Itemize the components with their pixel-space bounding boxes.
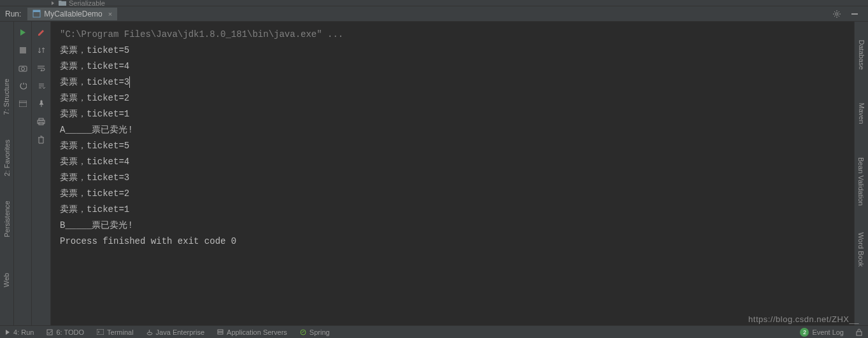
console-line: 卖票，ticket=3 [60,74,845,90]
svg-rect-1 [33,10,40,12]
java-icon [146,329,153,335]
pin-icon[interactable] [36,98,47,109]
svg-rect-18 [218,330,223,332]
breadcrumb-label: Serializable [69,0,105,7]
svg-rect-4 [20,47,26,53]
console-line: 卖票，ticket=5 [60,43,845,59]
svg-rect-3 [851,13,858,15]
scroll-icon[interactable] [36,80,47,92]
svg-point-17 [147,332,152,335]
svg-rect-21 [857,332,862,335]
print-icon[interactable] [36,116,47,127]
layout-icon[interactable] [17,98,29,109]
gear-icon[interactable] [832,10,841,18]
console-line: 卖票，ticket=1 [60,202,845,218]
spring-icon [300,329,306,335]
text-cursor [129,76,130,88]
chevron-right-icon [50,0,56,6]
application-icon [32,10,41,18]
svg-rect-19 [218,332,223,334]
status-spring[interactable]: Spring [300,328,330,336]
camera-icon[interactable] [17,62,29,74]
watermark-text: https://blog.csdn.net/ZHX__ [748,314,859,324]
close-icon[interactable]: × [108,10,112,18]
run-toolbar-secondary [32,22,51,325]
run-panel-header: Run: MyCallableDemo × [0,6,868,22]
rerun-button[interactable] [17,27,29,38]
console-command: "C:\Program Files\Java\jdk1.8.0_181\bin\… [60,27,845,43]
status-terminal[interactable]: Terminal [97,328,134,336]
svg-point-6 [21,67,24,70]
run-panel-label: Run: [5,10,21,18]
console-line: B_____票已卖光! [60,218,845,234]
todo-icon [46,329,53,335]
lock-icon[interactable] [855,328,863,336]
sidebar-item-database[interactable]: Database [858,39,865,69]
tab-title: MyCallableDemo [44,10,102,18]
sidebar-item-web[interactable]: Web [3,273,11,287]
sort-icon[interactable] [36,45,47,56]
left-tool-sidebar: 7: Structure 2: Favorites Persistence We… [0,22,14,325]
console-output[interactable]: "C:\Program Files\Java\jdk1.8.0_181\bin\… [51,22,854,325]
stop-button[interactable] [17,45,29,56]
svg-rect-16 [97,329,104,335]
console-line: 卖票，ticket=4 [60,59,845,74]
console-line: 卖票，ticket=4 [60,154,845,170]
status-event-log[interactable]: 2 Event Log [800,328,844,337]
sidebar-item-structure[interactable]: 7: Structure [3,79,11,115]
status-todo[interactable]: 6: TODO [46,328,84,336]
status-bar: 4: Run 6: TODO Terminal Java Enterprise … [0,325,868,338]
trash-icon[interactable] [36,134,47,145]
console-line: 卖票，ticket=3 [60,170,845,186]
status-app-servers[interactable]: Application Servers [217,328,287,336]
server-icon [217,329,224,335]
run-config-tab[interactable]: MyCallableDemo × [27,8,117,20]
svg-point-20 [301,330,306,335]
exit-icon[interactable] [17,80,29,92]
console-line: 卖票，ticket=2 [60,186,845,202]
console-line: 卖票，ticket=2 [60,90,845,106]
play-icon [5,330,10,335]
sidebar-item-word-book[interactable]: Word Book [858,232,865,267]
edit-icon[interactable] [36,27,47,38]
console-line: 卖票，ticket=1 [60,106,845,122]
sidebar-item-persistence[interactable]: Persistence [3,201,11,237]
status-run[interactable]: 4: Run [5,328,34,336]
console-line: A_____票已卖光! [60,122,845,138]
minimize-icon[interactable] [850,10,859,18]
breadcrumb-item[interactable]: Serializable [50,0,105,7]
right-tool-sidebar: Database Maven Bean Validation Word Book [854,22,868,325]
console-line: Process finished with exit code 0 [60,234,845,250]
sidebar-item-bean-validation[interactable]: Bean Validation [858,157,865,206]
sidebar-item-favorites[interactable]: 2: Favorites [3,139,11,176]
main-area: 7: Structure 2: Favorites Persistence We… [0,22,868,325]
wrap-icon[interactable] [36,62,47,74]
status-java-enterprise[interactable]: Java Enterprise [146,328,204,336]
run-toolbar-primary [14,22,32,325]
terminal-icon [97,329,104,335]
console-line: 卖票，ticket=5 [60,138,845,154]
folder-icon [59,0,66,6]
breadcrumb-bar: Serializable [0,0,868,6]
event-count-badge: 2 [800,328,809,337]
svg-rect-7 [19,101,27,107]
sidebar-item-maven[interactable]: Maven [858,102,865,123]
svg-point-2 [836,13,838,15]
